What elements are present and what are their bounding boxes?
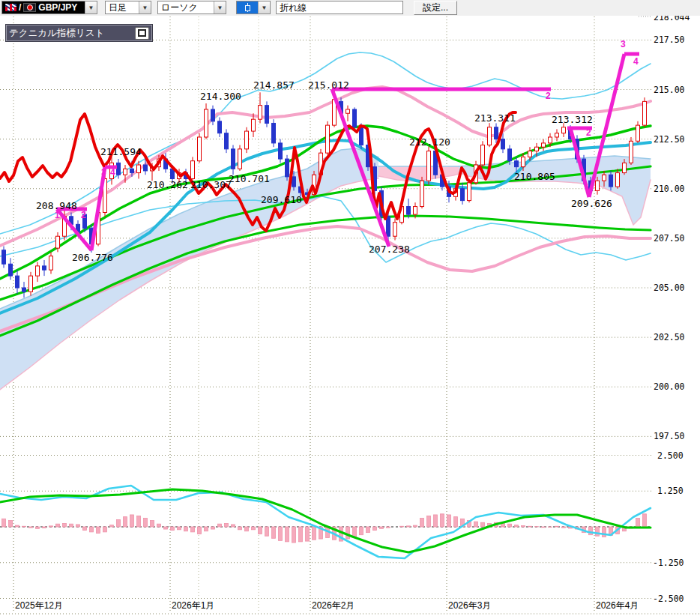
timeframe-select[interactable]: 日足 ▼ bbox=[105, 1, 151, 14]
drawing-point-label: 3 bbox=[621, 39, 626, 49]
histogram-bar bbox=[103, 527, 107, 532]
histogram-bar bbox=[353, 527, 357, 537]
histogram-bar bbox=[643, 514, 647, 527]
price-annotation: 215.012 bbox=[308, 79, 349, 91]
histogram-bar bbox=[407, 526, 411, 527]
histogram-bar bbox=[130, 515, 134, 527]
candle-body bbox=[265, 106, 269, 124]
price-axis-label: 200.00 bbox=[654, 381, 685, 392]
histogram-bar bbox=[474, 522, 478, 527]
candle-body bbox=[232, 149, 235, 169]
histogram-bar bbox=[2, 519, 6, 527]
candle-body bbox=[326, 125, 330, 153]
candle-body bbox=[360, 127, 363, 145]
drawing-point-label: 2 bbox=[81, 210, 86, 220]
histogram-bar bbox=[441, 514, 444, 527]
osc-axis-label: 2.500 bbox=[657, 450, 684, 461]
candle-body bbox=[286, 159, 289, 177]
histogram-bar bbox=[387, 527, 390, 528]
price-axis-label: 215.00 bbox=[654, 85, 685, 95]
candle-body bbox=[420, 181, 424, 206]
candle-body bbox=[9, 264, 13, 276]
candle-body bbox=[238, 149, 242, 169]
candle-style-select[interactable]: ▼ bbox=[236, 1, 271, 14]
white-candle-icon bbox=[245, 3, 250, 12]
drawing-point-label: 1 bbox=[569, 127, 574, 138]
candle-body bbox=[211, 109, 215, 121]
histogram-bar bbox=[454, 517, 458, 527]
price-annotation: 207.238 bbox=[369, 244, 410, 255]
timeframe-label: 日足 bbox=[106, 1, 139, 13]
candle-body bbox=[198, 137, 202, 161]
chevron-down-icon[interactable]: ▼ bbox=[139, 1, 151, 13]
candle-body bbox=[616, 173, 620, 187]
histogram-bar bbox=[63, 523, 67, 527]
histogram-bar bbox=[117, 519, 121, 527]
symbol-select[interactable]: / GBP/JPY ▼ bbox=[1, 1, 97, 14]
overlay-type-field[interactable]: 折れ線 bbox=[276, 1, 403, 14]
price-axis-label: 202.50 bbox=[654, 332, 685, 342]
price-annotation: 210.262 bbox=[147, 179, 188, 190]
price-annotation: 208.948 bbox=[36, 200, 77, 211]
price-axis-label: 212.50 bbox=[654, 134, 685, 145]
candle-body bbox=[36, 266, 40, 276]
candle-body bbox=[535, 147, 539, 151]
histogram-bar bbox=[346, 527, 350, 539]
histogram-bar bbox=[218, 524, 222, 527]
candle-body bbox=[515, 161, 519, 167]
candle-body bbox=[562, 127, 566, 133]
histogram-bar bbox=[110, 525, 114, 527]
histogram-bar bbox=[124, 517, 127, 527]
histogram-bar bbox=[252, 527, 256, 530]
histogram-bar bbox=[225, 523, 229, 527]
histogram-bar bbox=[151, 521, 154, 527]
settings-button[interactable]: 設定... bbox=[414, 1, 457, 15]
chevron-down-icon[interactable]: ▼ bbox=[258, 1, 270, 13]
histogram-bar bbox=[360, 527, 363, 535]
histogram-bar bbox=[562, 527, 566, 528]
histogram-bar bbox=[36, 527, 40, 528]
candle-body bbox=[56, 236, 60, 248]
price-annotation: 214.857 bbox=[253, 79, 295, 91]
candle-body bbox=[488, 127, 492, 145]
chevron-down-icon[interactable]: ▼ bbox=[214, 1, 226, 13]
price-axis-label: 207.50 bbox=[654, 233, 685, 244]
candle-body bbox=[144, 165, 148, 171]
osc-axis-label: 1.250 bbox=[657, 486, 684, 496]
chart-canvas[interactable]: 123421234208.948206.776211.594210.262210… bbox=[0, 0, 700, 616]
histogram-bar bbox=[508, 524, 512, 527]
histogram-bar bbox=[292, 527, 296, 543]
histogram-bar bbox=[373, 527, 377, 531]
candle-body bbox=[292, 177, 296, 187]
candle-body bbox=[137, 165, 141, 173]
histogram-bar bbox=[70, 524, 73, 527]
histogram-bar bbox=[427, 516, 431, 527]
candle-body bbox=[16, 276, 19, 288]
histogram-bar bbox=[97, 527, 100, 533]
restore-window-icon[interactable] bbox=[135, 27, 149, 40]
price-axis-label: 197.50 bbox=[654, 431, 685, 441]
histogram-bar bbox=[29, 527, 33, 528]
month-axis-label: 2025年12月 bbox=[15, 600, 63, 611]
candle-body bbox=[555, 133, 559, 137]
histogram-bar bbox=[144, 519, 148, 527]
candle-body bbox=[501, 139, 505, 149]
histogram-bar bbox=[279, 527, 283, 540]
month-axis-label: 2026年4月 bbox=[596, 600, 639, 611]
candle-body bbox=[272, 123, 276, 142]
overlay-type-label: 折れ線 bbox=[277, 1, 402, 13]
price-annotation: 209.610 bbox=[261, 194, 302, 205]
price-axis-label: 210.00 bbox=[654, 184, 685, 194]
candle-body bbox=[542, 143, 546, 147]
histogram-bar bbox=[522, 525, 525, 527]
candle-body bbox=[522, 157, 525, 166]
histogram-bar bbox=[157, 524, 161, 527]
drawing-point-label: 1 bbox=[55, 210, 60, 220]
chevron-down-icon[interactable]: ▼ bbox=[85, 1, 97, 13]
osc-axis-label: -2.500 bbox=[653, 594, 684, 604]
candle-body bbox=[643, 101, 647, 125]
chart-type-select[interactable]: ローソク ▼ bbox=[157, 1, 226, 14]
candle-body bbox=[414, 207, 417, 215]
histogram-bar bbox=[178, 527, 181, 530]
price-annotation: 206.776 bbox=[72, 252, 113, 263]
